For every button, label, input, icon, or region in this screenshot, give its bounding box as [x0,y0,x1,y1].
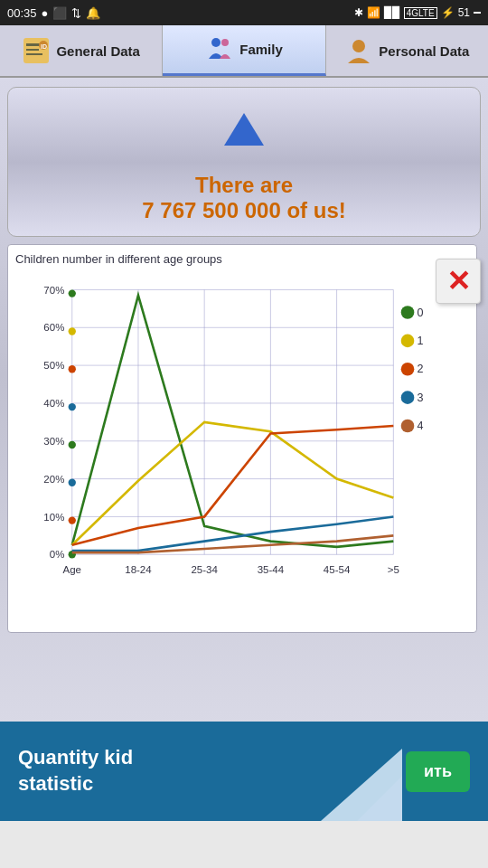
svg-point-38 [69,327,76,335]
status-right: ✱ 📶 ▉▉ 4GLTE ⚡ 51 [354,6,481,19]
svg-point-53 [401,420,415,433]
bottom-bar: Quantity kid statistic ить [0,722,488,821]
svg-point-41 [69,441,76,448]
svg-point-8 [352,40,365,52]
banner-box: There are 7 767 500 000 of us! [7,87,481,237]
chart-svg: 70% 60% 50% 40% 30% 20% 10% 0% Age 18-24… [15,269,469,622]
svg-point-39 [69,365,76,373]
svg-text:50%: 50% [43,360,64,371]
svg-text:>5: >5 [388,564,399,575]
svg-point-6 [211,38,221,47]
bottom-line2: statistic [18,772,93,795]
wifi-icon: 📶 [367,6,380,19]
svg-text:4: 4 [417,420,423,432]
svg-text:60%: 60% [43,322,64,333]
svg-text:30%: 30% [43,436,64,447]
battery-level: 51 [458,6,470,19]
svg-text:10%: 10% [43,512,64,523]
svg-text:2: 2 [417,363,423,375]
usb-icon: ⇅ [71,6,81,20]
svg-text:3: 3 [417,392,423,404]
signal-icon: ▉▉ [384,6,400,19]
svg-point-45 [401,306,415,319]
svg-text:35-44: 35-44 [258,564,285,575]
chart-area: 70% 60% 50% 40% 30% 20% 10% 0% Age 18-24… [15,269,469,622]
status-bar: 00:35 ● ⬛ ⇅ 🔔 ✱ 📶 ▉▉ 4GLTE ⚡ 51 [0,0,488,25]
svg-point-49 [401,363,415,376]
svg-text:0: 0 [417,307,423,319]
close-button[interactable]: ✕ [436,259,481,304]
svg-point-47 [401,335,415,348]
message-icon: ● [42,6,49,20]
svg-text:70%: 70% [43,285,64,296]
content-area: There are 7 767 500 000 of us! ✕ Childre… [0,78,488,821]
svg-text:Age: Age [63,564,81,575]
photo-icon: ⬛ [52,6,67,20]
general-icon: ID [22,36,51,65]
tab-personal-label: Personal Data [379,43,469,59]
tab-family[interactable]: Family [163,25,325,76]
notification-icon: 🔔 [86,6,100,20]
arrow-up-icon [224,113,264,146]
bottom-line1: Quantity kid [18,746,133,769]
svg-text:ID: ID [41,43,47,50]
tab-general[interactable]: ID General Data [0,25,163,76]
bluetooth-icon: ✱ [354,6,363,19]
svg-point-7 [221,39,229,46]
svg-text:20%: 20% [43,474,64,485]
chart-container: Children number in different age groups [7,244,477,633]
close-icon: ✕ [446,267,471,296]
svg-point-43 [69,516,76,524]
charge-icon: ⚡ [441,6,455,19]
action-button[interactable]: ить [406,751,470,792]
svg-text:18-24: 18-24 [125,564,152,575]
svg-point-42 [69,479,76,486]
banner-line1: There are [195,173,293,198]
family-icon [205,35,234,64]
status-left: 00:35 ● ⬛ ⇅ 🔔 [7,6,100,20]
svg-point-37 [69,289,76,297]
lte-badge: 4GLTE [404,7,437,19]
tab-personal[interactable]: Personal Data [326,25,488,76]
svg-text:45-54: 45-54 [324,564,351,575]
tab-bar: ID General Data Family Personal Data [0,25,488,78]
time: 00:35 [7,6,37,20]
svg-rect-3 [26,53,42,55]
svg-point-51 [401,391,415,404]
banner-line2: 7 767 500 000 of us! [142,198,345,223]
svg-text:1: 1 [417,335,423,347]
chart-title: Children number in different age groups [15,252,469,266]
personal-icon [344,36,373,65]
svg-point-40 [69,403,76,410]
svg-rect-2 [26,49,39,51]
page-curl-icon [321,749,402,821]
tab-general-label: General Data [56,43,140,59]
battery-icon [474,12,481,14]
svg-text:25-34: 25-34 [191,564,218,575]
svg-text:0%: 0% [50,549,65,560]
tab-family-label: Family [239,42,283,57]
svg-text:40%: 40% [43,398,64,409]
